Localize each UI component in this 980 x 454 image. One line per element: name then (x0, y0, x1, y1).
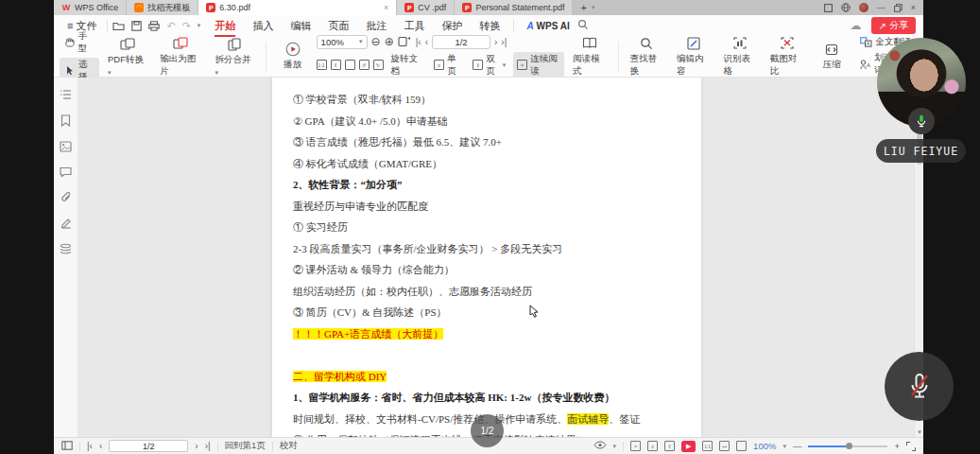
outline-icon[interactable] (60, 89, 72, 100)
new-tab-button[interactable]: + ▾ (573, 0, 602, 15)
tab-找稻壳模板[interactable]: ◠找稻壳模板 (127, 0, 198, 15)
back-to-page-button[interactable]: 回到第1页 (225, 440, 266, 452)
single-page-view-icon[interactable]: ≡ (647, 441, 658, 451)
prev-page-button[interactable]: ‹ (425, 37, 428, 47)
single-page-button[interactable]: ≡ 单页 (430, 52, 465, 79)
globe-icon[interactable] (841, 3, 851, 12)
document-line: ④ 标化考试成绩（GMAT/GRE） (293, 157, 682, 179)
text-run: ① 学校背景（双非/软科 159） (293, 94, 431, 105)
layers-icon[interactable] (60, 243, 72, 254)
menu-item-编辑[interactable]: 编辑 (282, 17, 319, 35)
open-folder-icon[interactable] (112, 21, 125, 31)
export-image-button[interactable]: 输出为图片 (155, 34, 206, 79)
menu-item-工具[interactable]: 工具 (395, 17, 433, 35)
screenshot-compare-button[interactable]: 截图对比 (765, 34, 808, 79)
continuous-read-button[interactable]: = 连续阅读 (513, 52, 564, 79)
save-icon[interactable] (131, 21, 142, 31)
continuous-view-icon[interactable]: = (630, 441, 641, 451)
rotate-right-icon[interactable]: ↻ (373, 60, 384, 70)
close-button[interactable]: × (911, 3, 916, 12)
pdf-page[interactable]: ① 学校背景（双非/软科 159）② GPA（建议 4.0+ /5.0）申请基础… (272, 78, 701, 437)
bookmark-icon[interactable] (60, 114, 71, 127)
prev-page-button[interactable]: ‹ (99, 441, 102, 451)
wps-logo: W (61, 3, 71, 12)
signature-icon[interactable] (60, 218, 72, 229)
next-page-button[interactable]: › (494, 37, 497, 47)
zoom-value[interactable]: 100% (753, 441, 776, 451)
rotate-left-icon[interactable]: ↺ (359, 60, 370, 70)
minimize-button[interactable]: — (877, 3, 885, 12)
menu-item-插入[interactable]: 插入 (244, 17, 282, 35)
menu-item-转换[interactable]: 转换 (471, 17, 508, 35)
fit-width-icon[interactable]: ‖ (331, 60, 341, 70)
page-number-input[interactable]: 1/2 (432, 35, 490, 49)
zoom-in-icon[interactable]: ⊕ (385, 36, 394, 47)
chevron-down-icon[interactable]: ▾ (782, 443, 786, 450)
comment-icon[interactable] (60, 166, 72, 178)
share-button[interactable]: ↗ 分享 (871, 17, 916, 34)
user-avatar[interactable] (859, 3, 868, 12)
restore-button[interactable] (894, 4, 903, 12)
hand-tool-button[interactable]: 手型 (60, 29, 99, 56)
layout-icon[interactable] (824, 4, 833, 12)
play-mode-button[interactable]: ▶ (681, 441, 696, 452)
last-page-button[interactable]: ›| (501, 37, 507, 47)
attachment-icon[interactable] (60, 192, 72, 203)
share-label: 分享 (889, 19, 908, 32)
fit-page-icon[interactable] (345, 60, 355, 70)
chevron-down-icon[interactable]: ▾ (592, 4, 595, 11)
cloud-sync-icon[interactable]: ☁ (851, 19, 862, 32)
redo-icon[interactable]: ↷ (182, 20, 191, 32)
first-page-button[interactable]: |‹ (87, 441, 93, 451)
menu-item-批注[interactable]: 批注 (357, 17, 395, 35)
double-page-view-icon[interactable]: ‖ (664, 441, 675, 451)
find-replace-button[interactable]: 查找替换 (626, 34, 668, 79)
last-page-button[interactable]: ›| (205, 441, 211, 451)
print-icon[interactable] (148, 21, 160, 31)
menu-item-开始[interactable]: 开始 (206, 17, 244, 35)
play-button[interactable]: 播放 (273, 40, 313, 73)
zoom-out-icon[interactable]: ⊖ (371, 36, 381, 47)
tab-Personal Statement.pdf[interactable]: PPersonal Statement.pdf (455, 0, 573, 15)
eye-icon[interactable] (593, 441, 607, 451)
page-number-input[interactable]: 1/2 (109, 440, 188, 452)
tab-CV .pdf[interactable]: PCV .pdf (397, 0, 455, 15)
zoom-slider[interactable] (808, 445, 887, 447)
scroll-down-icon[interactable]: ▾ (915, 428, 923, 436)
menu-item-保护[interactable]: 保护 (433, 17, 471, 35)
tab-6.30.pdf[interactable]: P6.30.pdf× (198, 0, 397, 15)
first-page-button[interactable]: |‹ (416, 37, 421, 47)
rotate-doc-button[interactable]: 旋转文档 (387, 52, 427, 79)
split-merge-button[interactable]: 拆分合并 ▾ (210, 35, 258, 79)
chevron-down-icon[interactable]: ▾ (613, 443, 617, 450)
undo-icon[interactable]: ↶ (166, 20, 175, 32)
mute-mic-button[interactable] (885, 352, 954, 421)
zoom-select[interactable]: 100% ▾ (317, 35, 368, 49)
actual-size-icon[interactable]: 1:1 (317, 60, 327, 70)
panel-toggle-icon[interactable] (61, 441, 73, 452)
zoom-in-button[interactable]: + (894, 441, 900, 451)
compress-button[interactable]: 压缩 (812, 40, 851, 73)
thumbnail-icon[interactable] (60, 141, 72, 152)
proofread-button[interactable]: 校对 (280, 440, 298, 452)
zoom-slider-knob[interactable] (846, 443, 852, 449)
fullscreen-icon[interactable] (906, 442, 916, 451)
document-area[interactable]: ① 学校背景（双非/软科 159）② GPA（建议 4.0+ /5.0）申请基础… (78, 78, 923, 437)
recognize-table-button[interactable]: 识别表格 (718, 34, 761, 79)
double-page-button[interactable]: ‖ 双页 ▾ (469, 52, 509, 79)
pdf-convert-button[interactable]: PDF转换 ▾ (103, 35, 151, 79)
edit-content-button[interactable]: 编辑内容 (672, 34, 714, 79)
fit-page-icon[interactable] (736, 441, 747, 451)
page-manage-icon[interactable] (398, 35, 412, 49)
fit-width-icon[interactable]: ⊶ (719, 441, 730, 451)
menu-item-页面[interactable]: 页面 (319, 17, 357, 35)
actual-size-icon[interactable]: 1:1 (702, 441, 713, 451)
tab-wps-ai[interactable]: A WPS AI (519, 21, 576, 31)
search-icon[interactable] (577, 19, 589, 32)
zoom-out-button[interactable]: — (793, 441, 802, 451)
chevron-down-icon[interactable]: ▾ (198, 22, 201, 29)
read-mode-button[interactable]: 阅读模式 (568, 34, 610, 79)
tab-WPS Office[interactable]: WWPS Office (54, 0, 127, 15)
close-icon[interactable]: × (374, 3, 388, 12)
next-page-button[interactable]: › (195, 441, 198, 451)
